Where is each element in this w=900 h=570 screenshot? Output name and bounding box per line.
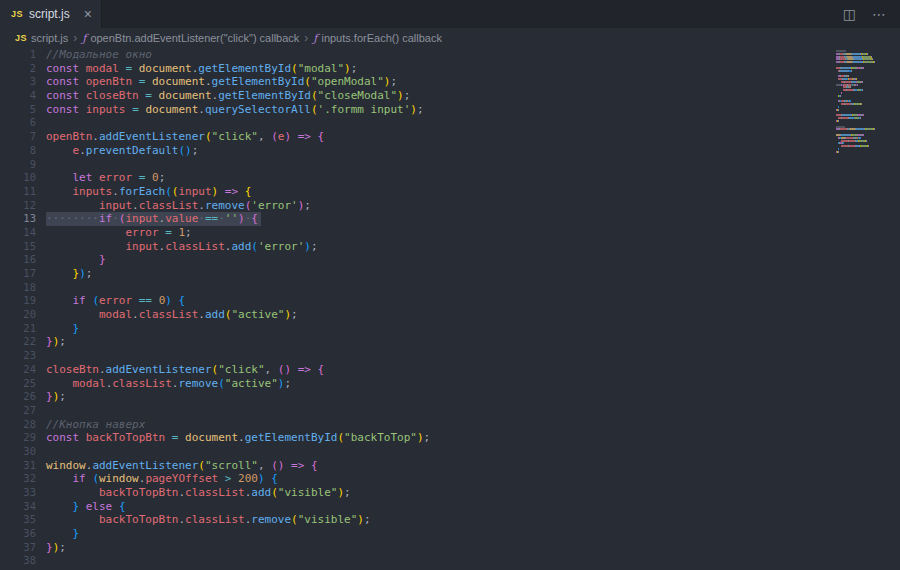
line-number: 2 [0, 62, 46, 76]
code-line[interactable]: 37}); [0, 541, 900, 555]
code-text: if (window.pageYOffset > 200) { [46, 472, 278, 486]
breadcrumb-label: script.js [31, 32, 68, 44]
code-text: input.classList.add('error'); [46, 240, 318, 254]
code-line[interactable]: 18 [0, 281, 900, 295]
code-text: }); [46, 267, 92, 281]
code-text: inputs.forEach((input) => { [46, 185, 251, 199]
tab-script-js[interactable]: JS script.js × [0, 0, 102, 28]
symbol-callback-icon: ƒ [82, 32, 86, 45]
close-tab-icon[interactable]: × [84, 7, 92, 21]
line-number: 10 [0, 171, 46, 185]
code-line[interactable]: 14 error = 1; [0, 226, 900, 240]
code-line[interactable]: 30 [0, 445, 900, 459]
code-text: const openBtn = document.getElementById(… [46, 75, 397, 89]
code-line[interactable]: 36 } [0, 527, 900, 541]
code-line[interactable]: 26}); [0, 390, 900, 404]
js-file-icon: JS [11, 9, 23, 19]
code-text: } [46, 253, 106, 267]
code-text: if (error == 0) { [46, 294, 185, 308]
line-number: 3 [0, 75, 46, 89]
line-number: 7 [0, 130, 46, 144]
more-actions-icon[interactable]: ⋯ [872, 6, 886, 22]
code-line[interactable]: 5const inputs = document.querySelectorAl… [0, 103, 900, 117]
line-number: 37 [0, 541, 46, 555]
chevron-right-icon: › [73, 31, 77, 45]
breadcrumb-label: openBtn.addEventListener("click") callba… [90, 32, 299, 44]
code-lines[interactable]: 1//Модальное окно2const modal = document… [0, 48, 900, 570]
code-line[interactable]: 7openBtn.addEventListener("click", (e) =… [0, 130, 900, 144]
line-number: 20 [0, 308, 46, 322]
breadcrumb-item-file[interactable]: JS script.js [15, 32, 68, 44]
line-number: 25 [0, 377, 46, 391]
code-text: const modal = document.getElementById("m… [46, 62, 357, 76]
breadcrumb-item-callback-1[interactable]: ƒ openBtn.addEventListener("click") call… [82, 32, 299, 45]
code-line[interactable]: 11 inputs.forEach((input) => { [0, 185, 900, 199]
code-line[interactable]: 31window.addEventListener("scroll", () =… [0, 459, 900, 473]
code-text: openBtn.addEventListener("click", (e) =>… [46, 130, 324, 144]
code-line[interactable]: 23 [0, 349, 900, 363]
line-number: 12 [0, 199, 46, 213]
line-number: 14 [0, 226, 46, 240]
tab-bar: JS script.js × ◫ ⋯ [0, 0, 900, 28]
line-number: 13 [0, 212, 46, 226]
code-line[interactable]: 27 [0, 404, 900, 418]
code-line[interactable]: 34 } else { [0, 500, 900, 514]
code-line[interactable]: 20 modal.classList.add("active"); [0, 308, 900, 322]
code-line[interactable]: 12 input.classList.remove('error'); [0, 199, 900, 213]
line-number: 22 [0, 335, 46, 349]
chevron-right-icon: › [304, 31, 308, 45]
line-number: 8 [0, 144, 46, 158]
code-text: const inputs = document.querySelectorAll… [46, 103, 424, 117]
code-line[interactable]: 1//Модальное окно [0, 48, 900, 62]
line-number: 23 [0, 349, 46, 363]
code-line[interactable]: 22}); [0, 335, 900, 349]
code-line[interactable]: 28//Кнопка наверх [0, 418, 900, 432]
code-line[interactable]: 35 backToTopBtn.classList.remove("visibl… [0, 513, 900, 527]
line-number: 36 [0, 527, 46, 541]
code-text: error = 1; [46, 226, 192, 240]
breadcrumb-item-callback-2[interactable]: ƒ inputs.forEach() callback [313, 32, 442, 45]
split-editor-icon[interactable]: ◫ [843, 6, 856, 22]
line-number: 11 [0, 185, 46, 199]
editor[interactable]: 1//Модальное окно2const modal = document… [0, 48, 900, 570]
line-number: 21 [0, 322, 46, 336]
line-number: 28 [0, 418, 46, 432]
code-text: let error = 0; [46, 171, 165, 185]
code-line[interactable]: 24closeBtn.addEventListener("click", () … [0, 363, 900, 377]
code-line[interactable]: 3const openBtn = document.getElementById… [0, 75, 900, 89]
code-line[interactable]: 8 e.preventDefault(); [0, 144, 900, 158]
line-number: 6 [0, 116, 46, 130]
code-line[interactable]: 2const modal = document.getElementById("… [0, 62, 900, 76]
code-line[interactable]: 21 } [0, 322, 900, 336]
code-line[interactable]: 6 [0, 116, 900, 130]
code-line[interactable]: 15 input.classList.add('error'); [0, 240, 900, 254]
code-line[interactable]: 4const closeBtn = document.getElementByI… [0, 89, 900, 103]
code-line[interactable]: 16 } [0, 253, 900, 267]
line-number: 27 [0, 404, 46, 418]
code-text: window.addEventListener("scroll", () => … [46, 459, 318, 473]
code-text: const backToTopBtn = document.getElement… [46, 431, 430, 445]
code-line[interactable]: 19 if (error == 0) { [0, 294, 900, 308]
code-line[interactable]: 33 backToTopBtn.classList.add("visible")… [0, 486, 900, 500]
code-text: } else { [46, 500, 126, 514]
breadcrumb: JS script.js › ƒ openBtn.addEventListene… [0, 28, 900, 48]
minimap[interactable] [836, 50, 886, 156]
code-line[interactable]: 25 modal.classList.remove("active"); [0, 377, 900, 391]
line-number: 33 [0, 486, 46, 500]
code-line[interactable]: 10 let error = 0; [0, 171, 900, 185]
code-line[interactable]: 32 if (window.pageYOffset > 200) { [0, 472, 900, 486]
minimap-line [836, 153, 886, 156]
js-file-icon: JS [15, 33, 27, 43]
code-text: modal.classList.add("active"); [46, 308, 298, 322]
code-text: }); [46, 541, 66, 555]
code-line[interactable]: 17 }); [0, 267, 900, 281]
code-line[interactable]: 13········if·(input.value·==·'')·{ [0, 212, 900, 226]
line-number: 17 [0, 267, 46, 281]
editor-actions: ◫ ⋯ [843, 0, 900, 28]
line-number: 18 [0, 281, 46, 295]
code-line[interactable]: 29const backToTopBtn = document.getEleme… [0, 431, 900, 445]
code-line[interactable]: 9 [0, 158, 900, 172]
code-line[interactable]: 38 [0, 554, 900, 568]
code-text: backToTopBtn.classList.remove("visible")… [46, 513, 371, 527]
line-number: 16 [0, 253, 46, 267]
